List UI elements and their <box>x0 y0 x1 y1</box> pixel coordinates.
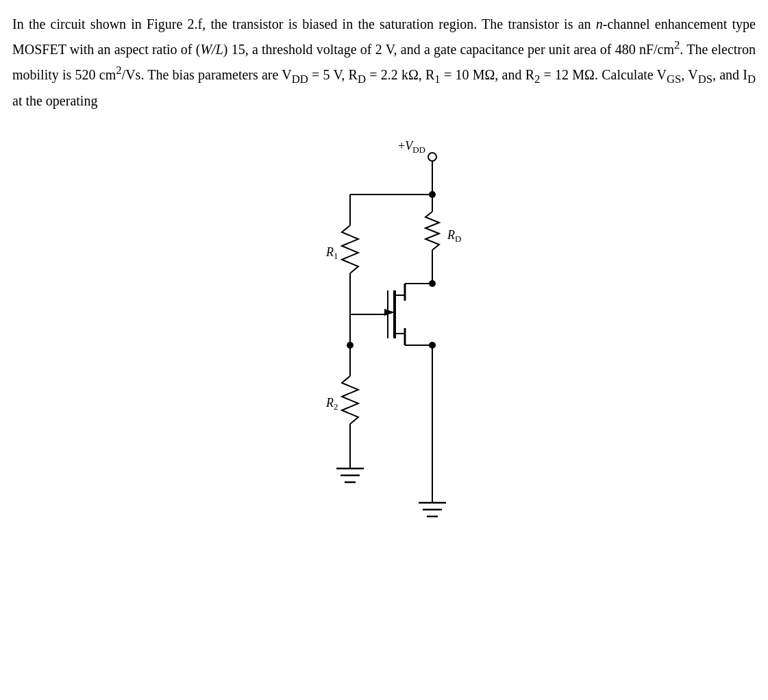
r1-label: R1 <box>325 245 338 261</box>
vdd-label: +VDD <box>398 139 425 155</box>
circuit-diagram: svg text { font-family: 'Times New Roman… <box>12 119 756 544</box>
svg-marker-16 <box>384 309 395 316</box>
svg-point-23 <box>429 342 436 349</box>
r2-label: R2 <box>325 396 338 412</box>
problem-text: In the circuit shown in Figure 2.f, the … <box>12 12 756 112</box>
rd-label: RD <box>447 228 461 244</box>
svg-point-0 <box>428 153 436 161</box>
